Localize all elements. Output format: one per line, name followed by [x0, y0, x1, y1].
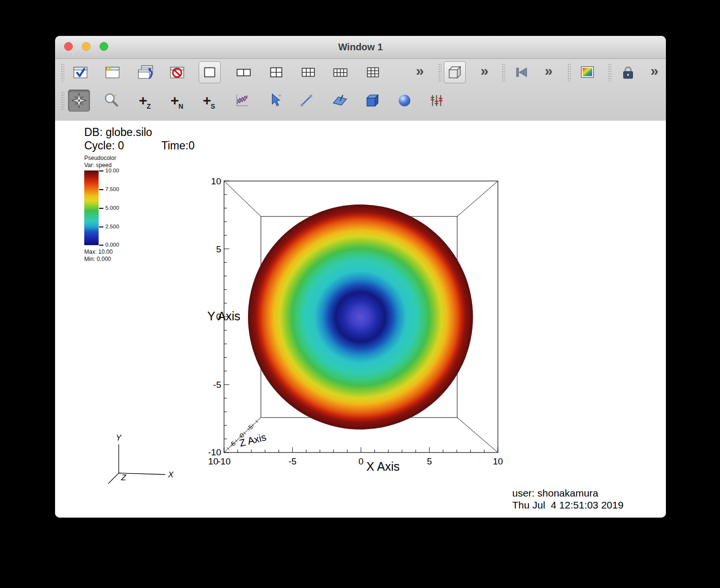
parallel-axes-tool-button[interactable]: [426, 90, 448, 112]
plus-s-icon: +S: [203, 93, 216, 108]
toolbar-area: » »: [55, 59, 666, 121]
parallel-axes-icon: [428, 91, 446, 110]
more-window-tools-button[interactable]: »: [409, 61, 431, 83]
clone-window-icon: [136, 63, 155, 81]
compass-icon: [70, 91, 88, 110]
vis-canvas[interactable]: -10 -5 0 5 10 10 5 0 -5 -10 5 0: [55, 121, 666, 518]
box-tool-button[interactable]: [361, 90, 383, 112]
layout-1x2-button[interactable]: [233, 61, 255, 83]
vis-viewport: -10 -5 0 5 10 10 5 0 -5 -10 5 0: [55, 121, 666, 518]
clone-window-button[interactable]: [135, 61, 157, 83]
svg-text:0: 0: [359, 456, 364, 466]
more-lock-tools-button[interactable]: »: [643, 61, 665, 83]
layout-3x3-icon: [364, 63, 382, 81]
legend-tick-mark: [99, 245, 103, 246]
wireframe-cube-icon: [446, 63, 464, 81]
sphere-tool-button[interactable]: [394, 90, 416, 112]
plus-z-icon: +Z: [139, 93, 151, 108]
pick-mode-button[interactable]: [264, 90, 286, 112]
desktop-background: Window 1: [0, 0, 720, 588]
navigate-mode-button[interactable]: [68, 90, 90, 112]
time-label: Time:0: [161, 139, 194, 152]
layout-1x1-icon: [201, 63, 219, 81]
magnifier-icon: [102, 91, 121, 110]
triad-labels: Y X Z: [116, 433, 174, 482]
svg-text:5: 5: [427, 456, 432, 466]
toolbar-separator[interactable]: [567, 63, 571, 81]
toolbar-separator[interactable]: [438, 63, 441, 81]
color-image-icon: [578, 63, 596, 81]
toolbar-handle[interactable]: [61, 91, 64, 110]
svg-text:10: 10: [208, 456, 218, 466]
legend-tick-label: 10.00: [105, 168, 119, 173]
delete-window-icon: [168, 63, 186, 81]
new-window-icon: [103, 63, 122, 81]
active-window-button[interactable]: [69, 61, 91, 83]
legend-tick-mark: [99, 226, 103, 227]
svg-text:10: 10: [211, 176, 221, 186]
title-bar[interactable]: Window 1: [55, 36, 666, 59]
legend-max: Max: 10.00: [84, 249, 112, 255]
db-label: DB: globe.silo: [84, 126, 152, 139]
zoom-mode-button[interactable]: [101, 90, 123, 112]
svg-text:Y: Y: [116, 433, 122, 442]
legend-tick-mark: [99, 170, 103, 171]
date-label: Thu Jul 4 12:51:03 2019: [512, 499, 623, 511]
view-cube-button[interactable]: [444, 61, 466, 83]
toolbar-separator[interactable]: [608, 63, 611, 81]
svg-text:-10: -10: [208, 447, 221, 457]
chevron-double-right-icon: »: [651, 64, 659, 81]
layout-2x3-button[interactable]: [297, 61, 319, 83]
legend-tick-label: 7.500: [105, 186, 119, 192]
lock-view-button[interactable]: [617, 61, 639, 83]
window-check-icon: [71, 63, 90, 81]
layout-1x2-icon: [235, 63, 253, 81]
layout-3x3-button[interactable]: [362, 61, 384, 83]
layout-1x1-button[interactable]: [199, 61, 221, 83]
legend-min: Min: 0.000: [84, 256, 111, 262]
svg-text:Z: Z: [121, 473, 126, 482]
cycle-label: Cycle: 0: [84, 139, 124, 152]
layout-2x4-button[interactable]: [329, 61, 351, 83]
x-axis-label: X Axis: [366, 460, 399, 473]
chevron-double-right-icon: »: [545, 64, 553, 81]
user-label: user: shonakamura: [512, 487, 598, 499]
print-window-button[interactable]: [576, 61, 598, 83]
plane-icon: [331, 91, 349, 110]
legend-tick-mark: [99, 189, 103, 190]
orientation-triad: [108, 444, 165, 484]
layout-2x4-icon: [331, 63, 349, 81]
legend-tick-label: 5.000: [105, 205, 119, 211]
toolbar-separator[interactable]: [502, 63, 505, 81]
layout-2x2-button[interactable]: [265, 61, 287, 83]
layout-2x2-icon: [267, 63, 285, 81]
plane-tool-button[interactable]: [329, 90, 351, 112]
more-view-tools-button[interactable]: »: [473, 61, 495, 83]
legend-tick-label: 2.500: [105, 224, 119, 229]
spreadsheet-pick-button[interactable]: +S: [198, 90, 220, 112]
svg-text:X: X: [168, 470, 174, 479]
plus-n-icon: +N: [170, 93, 184, 108]
x-axis-tick-labels: -10 -5 0 5 10: [217, 456, 503, 466]
curve-plot-button[interactable]: [231, 90, 253, 112]
legend-colorbar: [84, 170, 99, 245]
layout-2x3-icon: [299, 63, 317, 81]
node-pick-button[interactable]: +N: [166, 90, 188, 112]
chevron-double-right-icon: »: [481, 64, 489, 81]
reverse-play-button[interactable]: [510, 61, 532, 83]
toolbar-handle[interactable]: [61, 63, 64, 81]
delete-window-button[interactable]: [166, 61, 188, 83]
legend-tick-label: 0.000: [105, 242, 119, 248]
more-animation-tools-button[interactable]: »: [538, 61, 560, 83]
lineout-mode-button[interactable]: [295, 90, 317, 112]
legend-title: Pseudocolor: [84, 155, 116, 161]
legend-tick-mark: [99, 208, 103, 209]
svg-text:-10: -10: [217, 456, 230, 466]
diagonal-line-icon: [297, 91, 315, 110]
svg-text:-5: -5: [213, 380, 221, 390]
zoom-pick-button[interactable]: +Z: [134, 90, 156, 112]
svg-text:-5: -5: [289, 456, 297, 466]
step-back-icon: [512, 63, 530, 81]
blue-sphere-icon: [395, 91, 414, 110]
new-window-button[interactable]: [101, 61, 124, 83]
